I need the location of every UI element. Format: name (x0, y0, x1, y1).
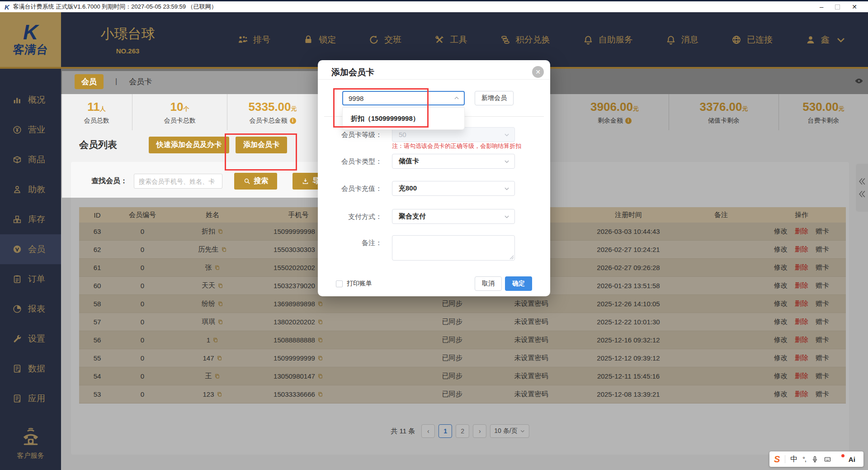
sidebar-item-overview[interactable]: 概况 (0, 85, 61, 115)
confirm-button[interactable]: 确定 (505, 276, 532, 291)
print-bill-checkbox[interactable] (336, 280, 343, 287)
add-new-member-button[interactable]: 新增会员 (475, 91, 514, 105)
ime-mode[interactable]: 中 (790, 455, 797, 464)
gift-card-link[interactable]: 赠卡 (816, 263, 829, 272)
sidebar-customer-service[interactable]: 客户服务 (0, 427, 61, 460)
sidebar-item-orders[interactable]: 订单 (0, 264, 61, 294)
gift-card-link[interactable]: 赠卡 (816, 299, 829, 308)
sidebar-item-apps[interactable]: 应用 (0, 384, 61, 413)
delete-link[interactable]: 删除 (795, 263, 808, 272)
edit-link[interactable]: 修改 (774, 318, 788, 326)
edit-link[interactable]: 修改 (774, 263, 788, 272)
ai-icon[interactable]: Ai (849, 456, 855, 463)
delete-link[interactable]: 删除 (795, 318, 808, 326)
copy-icon[interactable] (317, 337, 323, 343)
sidebar-item-coach[interactable]: 助教 (0, 175, 61, 204)
search-button[interactable]: 搜索 (234, 173, 277, 190)
copy-icon[interactable] (217, 228, 223, 234)
prev-page-button[interactable]: ‹ (421, 424, 435, 438)
col-header-name[interactable]: 姓名 (170, 211, 255, 219)
tab-member-cards[interactable]: 会员卡 (129, 76, 152, 87)
copy-icon[interactable] (217, 391, 222, 397)
sidebar-item-business[interactable]: 营业 (0, 115, 61, 145)
edit-link[interactable]: 修改 (774, 299, 788, 308)
copy-icon[interactable] (217, 319, 223, 325)
nav-lock[interactable]: 锁定 (303, 34, 336, 46)
member-dropdown-option[interactable]: 折扣（15099999998） (343, 108, 464, 129)
edit-link[interactable]: 修改 (774, 354, 788, 362)
search-input[interactable] (134, 174, 222, 189)
edit-link[interactable]: 修改 (774, 281, 788, 290)
delete-link[interactable]: 删除 (795, 281, 808, 290)
sidebar-item-data[interactable]: 数据 (0, 354, 61, 384)
nav-shift[interactable]: 交班 (368, 34, 401, 46)
close-button[interactable]: ✕ (852, 3, 857, 10)
eye-icon[interactable] (854, 76, 863, 85)
payment-method-select[interactable]: 聚合支付 (392, 209, 515, 224)
side-drawer-handle[interactable] (856, 164, 868, 212)
note-textarea[interactable] (392, 235, 515, 261)
add-member-card-button[interactable]: 添加会员卡 (236, 137, 287, 153)
modal-close-button[interactable]: ✕ (532, 66, 544, 78)
edit-link[interactable]: 修改 (774, 336, 788, 344)
col-header-member-no[interactable]: 会员编号 (115, 211, 170, 219)
nav-message[interactable]: 消息 (665, 34, 698, 46)
nav-queue[interactable]: 排号 (237, 34, 270, 46)
nav-tools[interactable]: 工具 (434, 34, 467, 46)
delete-link[interactable]: 删除 (795, 245, 808, 254)
cancel-button[interactable]: 取消 (475, 276, 502, 291)
keyboard-icon[interactable] (824, 456, 831, 463)
gift-card-link[interactable]: 赠卡 (816, 227, 829, 236)
edit-link[interactable]: 修改 (774, 390, 788, 399)
microphone-icon[interactable] (811, 456, 819, 463)
copy-icon[interactable] (317, 319, 323, 325)
card-type-select[interactable]: 储值卡 (392, 154, 515, 169)
copy-icon[interactable] (317, 301, 323, 307)
col-header-id[interactable]: ID (79, 211, 115, 219)
gift-card-link[interactable]: 赠卡 (816, 245, 829, 254)
copy-icon[interactable] (221, 247, 227, 252)
delete-link[interactable]: 删除 (795, 299, 808, 308)
copy-icon[interactable] (317, 391, 323, 397)
gift-card-link[interactable]: 赠卡 (816, 281, 829, 290)
quick-add-member-button[interactable]: 快速添加会员及办卡 (149, 137, 229, 153)
copy-icon[interactable] (217, 355, 222, 361)
delete-link[interactable]: 删除 (795, 390, 808, 399)
copy-icon[interactable] (214, 265, 220, 271)
edit-link[interactable]: 修改 (774, 372, 788, 380)
nav-points[interactable]: 积分兑换 (500, 34, 550, 46)
skin-icon[interactable] (836, 456, 844, 463)
next-page-button[interactable]: › (473, 424, 486, 438)
copy-icon[interactable] (212, 337, 218, 343)
info-icon[interactable]: i (625, 118, 632, 124)
col-header-reg-time[interactable]: 注册时间 (572, 211, 685, 219)
delete-link[interactable]: 删除 (795, 372, 808, 380)
delete-link[interactable]: 删除 (795, 336, 808, 344)
gift-card-link[interactable]: 赠卡 (816, 336, 829, 344)
sidebar-item-settings[interactable]: 设置 (0, 324, 61, 354)
maximize-button[interactable] (835, 5, 840, 9)
sidebar-item-members[interactable]: 会员 (0, 234, 61, 264)
page-button-2[interactable]: 2 (456, 424, 469, 438)
page-size-select[interactable]: 10 条/页 (490, 424, 529, 438)
minimize-button[interactable]: – (820, 5, 823, 9)
col-header-note[interactable]: 备注 (685, 211, 757, 219)
nav-user[interactable]: 鑫 (805, 34, 846, 46)
delete-link[interactable]: 删除 (795, 227, 808, 236)
gift-card-link[interactable]: 赠卡 (816, 372, 829, 380)
resize-handle[interactable] (509, 255, 514, 260)
info-icon[interactable]: i (290, 118, 296, 124)
edit-link[interactable]: 修改 (774, 227, 788, 236)
nav-self-service[interactable]: 自助服务 (583, 34, 633, 46)
member-select-input[interactable] (342, 91, 465, 105)
nav-connection[interactable]: 已连接 (731, 34, 773, 46)
page-button-1[interactable]: 1 (439, 424, 452, 438)
punctuation-icon[interactable]: °, (802, 456, 806, 463)
copy-icon[interactable] (317, 355, 323, 361)
copy-icon[interactable] (217, 301, 223, 307)
sidebar-item-reports[interactable]: 报表 (0, 294, 61, 324)
gift-card-link[interactable]: 赠卡 (816, 318, 829, 326)
gift-card-link[interactable]: 赠卡 (816, 354, 829, 362)
copy-icon[interactable] (217, 283, 223, 289)
sidebar-item-goods[interactable]: 商品 (0, 145, 61, 175)
